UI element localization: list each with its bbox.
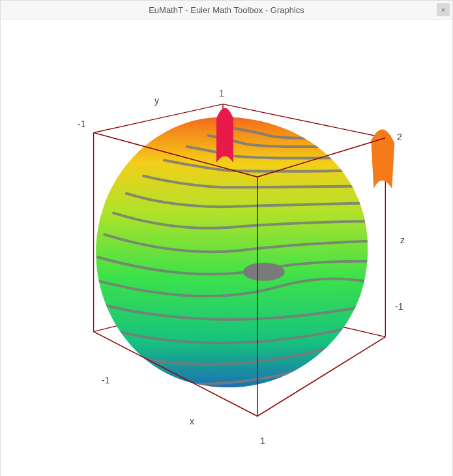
saddle-region xyxy=(243,263,285,281)
z-tick-plus2: 2 xyxy=(397,132,402,142)
x-tick-plus1: 1 xyxy=(260,436,265,446)
z-tick-minus1: -1 xyxy=(395,301,403,312)
surface-plot xyxy=(1,20,452,476)
y-tick-minus1: -1 xyxy=(78,119,85,129)
x-tick-minus1: -1 xyxy=(102,375,110,385)
plot-area[interactable]: y 1 -1 2 z -1 -1 x 1 xyxy=(1,20,452,476)
window-title: EuMathT - Euler Math Toolbox - Graphics xyxy=(149,5,304,15)
y-axis-label: y xyxy=(154,95,159,106)
close-icon[interactable]: × xyxy=(437,3,450,16)
titlebar[interactable]: EuMathT - Euler Math Toolbox - Graphics … xyxy=(1,1,452,20)
graphics-window: EuMathT - Euler Math Toolbox - Graphics … xyxy=(0,0,453,476)
z-axis-label: z xyxy=(400,235,405,245)
x-axis-label: x xyxy=(190,416,194,426)
plot-surface xyxy=(79,98,404,423)
y-tick-plus1: 1 xyxy=(219,88,224,98)
